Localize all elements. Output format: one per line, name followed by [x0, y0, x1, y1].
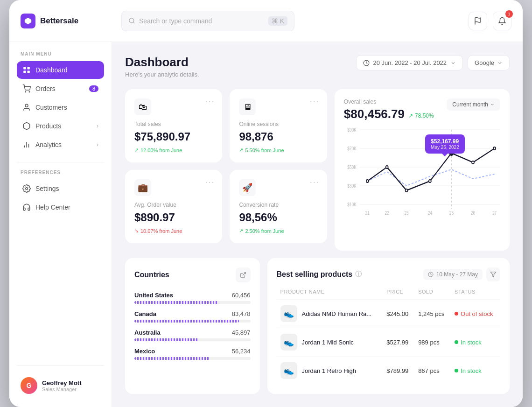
chart-period-button[interactable]: Current month — [447, 98, 500, 111]
chart-title-group: Overall sales $80,456.79 ↗ 78.50% — [344, 98, 434, 121]
notification-button[interactable]: 1 — [493, 12, 511, 30]
stat-card-conversion: ··· 🚀 Conversion rate 98,56% ↗ 2.50% fro… — [230, 170, 327, 243]
stats-middle: ··· 🖥 Online sessions 98,876 ↗ 5.50% fro… — [230, 89, 327, 243]
sidebar-item-customers[interactable]: Customers — [17, 98, 104, 116]
stat-label: Total sales — [134, 121, 213, 127]
chevron-down-icon — [497, 60, 503, 66]
stat-icon-briefcase: 💼 — [134, 179, 151, 196]
stat-card-avg-order: ··· 💼 Avg. Order value $890.97 ↘ 10.07% … — [125, 170, 222, 243]
tooltip-arrow — [442, 154, 448, 156]
tooltip-date: May 25, 2022 — [431, 145, 459, 150]
chevron-down-icon — [450, 60, 456, 66]
product-price: $789.99 — [383, 357, 414, 385]
products-table: Product name Price Sold Status 👟 Adidas … — [277, 289, 500, 385]
status-text: Out of stock — [461, 310, 493, 317]
sidebar-item-label: Analytics — [35, 141, 62, 148]
sidebar-item-label: Customers — [35, 104, 67, 111]
svg-rect-6 — [23, 71, 26, 73]
products-date-range: 10 May - 27 May — [423, 269, 483, 280]
svg-text:26: 26 — [471, 211, 475, 216]
product-sold: 989 pcs — [414, 328, 451, 357]
progress-bar — [134, 338, 251, 341]
status-dot — [455, 369, 458, 372]
date-range-button[interactable]: 20 Jun. 2022 - 20 Jul. 2022 — [356, 55, 463, 70]
header-controls: 20 Jun. 2022 - 20 Jul. 2022 Google — [356, 55, 510, 70]
svg-point-35 — [385, 166, 388, 168]
stat-value: 98,56% — [239, 211, 317, 224]
page-subtitle: Here's your analytic details. — [125, 71, 199, 78]
country-name: United States — [134, 292, 173, 299]
bottom-grid: Countries United States 60,456 Canada 83… — [125, 258, 510, 394]
source-button[interactable]: Google — [468, 55, 510, 70]
chart-tooltip: $52,167.99 May 25, 2022 — [425, 134, 465, 154]
countries-title: Countries — [134, 271, 169, 279]
country-name: Canada — [134, 310, 156, 317]
flag-icon — [474, 17, 482, 25]
card-menu-button[interactable]: ··· — [310, 177, 320, 187]
sidebar-item-label: Orders — [35, 85, 56, 92]
country-value: 60,456 — [232, 292, 251, 299]
stat-change: ↗ 12.00% from June — [134, 147, 213, 153]
product-thumbnail: 👟 — [280, 305, 297, 322]
flag-button[interactable] — [469, 12, 487, 30]
sidebar-item-settings[interactable]: Settings — [17, 180, 104, 197]
col-status: Status — [451, 289, 500, 300]
svg-point-36 — [405, 189, 407, 192]
logo-icon — [21, 14, 35, 28]
app-name: Bettersale — [40, 16, 78, 26]
user-card[interactable]: G Geoffrey Mott Sales Manager — [17, 373, 104, 398]
stat-label: Conversion rate — [239, 202, 317, 208]
svg-text:$70K: $70K — [347, 146, 357, 151]
sidebar-item-dashboard[interactable]: Dashboard — [17, 61, 104, 79]
product-price: $527.99 — [383, 328, 414, 357]
search-bar[interactable]: Search or type command ⌘ K — [121, 11, 294, 31]
sidebar-item-analytics[interactable]: Analytics › — [17, 136, 104, 154]
svg-point-34 — [366, 180, 369, 182]
down-arrow-icon: ↘ — [134, 228, 139, 234]
sidebar-item-label: Help Center — [35, 204, 70, 211]
cart-icon — [22, 84, 31, 93]
product-name: Jordan 1 Mid Sonic — [302, 339, 354, 346]
progress-bar — [134, 320, 251, 323]
progress-fill — [134, 320, 239, 323]
stat-value: $890.97 — [134, 211, 213, 224]
product-status: In stock — [451, 357, 500, 385]
sidebar-item-orders[interactable]: Orders 8 — [17, 80, 104, 98]
sidebar-item-products[interactable]: Products › — [17, 117, 104, 135]
table-row: 👟 Jordan 1 Mid Sonic $527.99 989 pcs In … — [277, 328, 500, 357]
user-info: Geoffrey Mott Sales Manager — [42, 379, 82, 392]
chart-area: $52,167.99 May 25, 2022 $9 — [344, 125, 500, 218]
logo-area: Bettersale — [21, 14, 114, 28]
card-menu-button[interactable]: ··· — [205, 97, 215, 106]
chart-value: $80,456.79 — [344, 107, 405, 121]
card-menu-button[interactable]: ··· — [205, 177, 215, 187]
filter-button[interactable] — [486, 267, 500, 281]
stat-label: Online sessions — [239, 121, 317, 127]
product-status: In stock — [451, 328, 500, 357]
products-table-body: 👟 Adidas NMD Human Ra... $245.00 1,245 p… — [277, 300, 500, 385]
product-price: $245.00 — [383, 300, 414, 328]
country-value: 56,234 — [232, 348, 251, 355]
main-menu-label: MAIN MENU — [17, 51, 104, 56]
stats-grid: ··· 🛍 Total sales $75,890.97 ↗ 12.00% fr… — [125, 89, 510, 251]
export-button[interactable] — [236, 267, 251, 282]
main-layout: MAIN MENU Dashboard Orders 8 Customers P… — [9, 42, 523, 407]
product-sold: 867 pcs — [414, 357, 451, 385]
col-price: Price — [383, 289, 414, 300]
country-row: Canada 83,478 — [134, 310, 251, 323]
search-shortcut: ⌘ K — [268, 16, 287, 26]
products-header: Best selling products ⓘ 10 May - 27 May — [277, 267, 500, 281]
card-menu-button[interactable]: ··· — [310, 97, 320, 106]
sidebar-item-help[interactable]: Help Center — [17, 198, 104, 216]
stat-card-total-sales: ··· 🛍 Total sales $75,890.97 ↗ 12.00% fr… — [125, 89, 222, 162]
filter-icon — [490, 271, 497, 278]
sidebar-item-label: Settings — [35, 185, 59, 192]
country-row: Mexico 56,234 — [134, 348, 251, 360]
stat-card-online-sessions: ··· 🖥 Online sessions 98,876 ↗ 5.50% fro… — [230, 89, 327, 162]
svg-point-9 — [29, 91, 30, 92]
progress-fill — [134, 338, 198, 341]
country-name: Mexico — [134, 348, 155, 355]
chart-change: ↗ 78.50% — [408, 112, 434, 119]
country-row: United States 60,456 — [134, 292, 251, 304]
stat-value: 98,876 — [239, 130, 317, 143]
